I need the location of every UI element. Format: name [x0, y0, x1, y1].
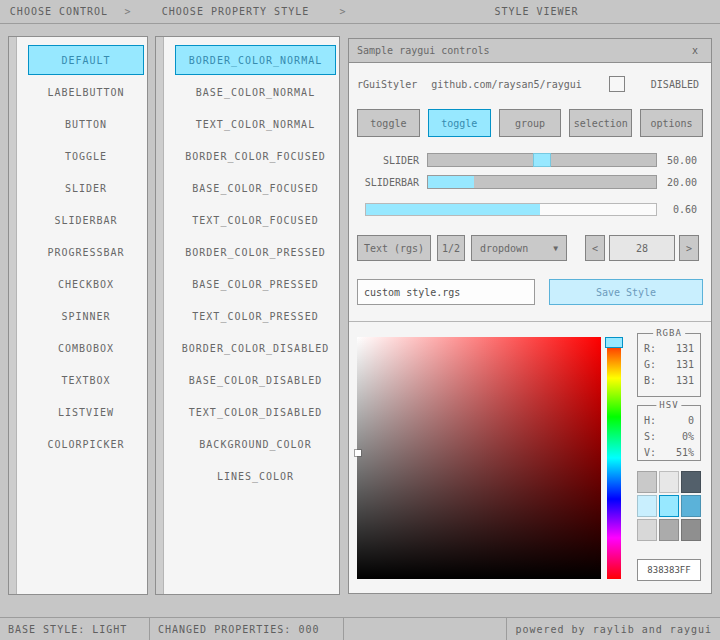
- half-button[interactable]: 1/2: [437, 235, 465, 261]
- disabled-checkbox[interactable]: [609, 76, 625, 92]
- hsv-title: HSV: [656, 400, 681, 410]
- toggle-option-options[interactable]: options: [640, 109, 703, 137]
- rgba-row-b: B: 131: [638, 373, 700, 389]
- g-value: 131: [676, 357, 694, 373]
- chevron-right-icon: >: [333, 6, 353, 17]
- breadcrumb: CHOOSE CONTROL > CHOOSE PROPERTY STYLE >…: [0, 0, 720, 24]
- slider-handle[interactable]: [533, 153, 551, 167]
- toggle-option-group[interactable]: group: [499, 109, 562, 137]
- properties-list-scrollbar[interactable]: [156, 37, 164, 594]
- hue-handle[interactable]: [605, 337, 623, 348]
- spinner-value[interactable]: 28: [609, 235, 675, 261]
- base-style-text: BASE STYLE: LIGHT: [8, 624, 127, 635]
- slider[interactable]: [427, 153, 657, 167]
- window-titlebar[interactable]: Sample raygui controls x: [349, 39, 711, 63]
- controls-list-scrollbar[interactable]: [9, 37, 17, 594]
- sliderbar-label: SLIDERBAR: [357, 177, 419, 188]
- status-changed-properties: CHANGED PROPERTIES: 000: [150, 618, 344, 640]
- list-item-base-color-pressed[interactable]: BASE_COLOR_PRESSED: [175, 269, 336, 299]
- chevron-right-icon: >: [118, 6, 138, 17]
- swatch-5[interactable]: [681, 495, 701, 517]
- hue-bar[interactable]: [607, 337, 621, 579]
- color-picker-gradient[interactable]: [357, 337, 601, 579]
- swatch-1[interactable]: [659, 471, 679, 493]
- close-icon[interactable]: x: [687, 45, 703, 56]
- list-item-labelbutton[interactable]: LABELBUTTON: [28, 77, 144, 107]
- list-item-base-color-focused[interactable]: BASE_COLOR_FOCUSED: [175, 173, 336, 203]
- text-rgs-button[interactable]: Text (rgs): [357, 235, 431, 261]
- list-item-lines-color[interactable]: LINES_COLOR: [175, 461, 336, 491]
- spinner-decrement-button[interactable]: <: [585, 235, 605, 261]
- list-item-textbox[interactable]: TEXTBOX: [28, 365, 144, 395]
- list-item-base-color-disabled[interactable]: BASE_COLOR_DISABLED: [175, 365, 336, 395]
- sliderbar-fill: [428, 176, 474, 188]
- swatch-3[interactable]: [637, 495, 657, 517]
- list-item-progressbar[interactable]: PROGRESSBAR: [28, 237, 144, 267]
- list-item-text-color-pressed[interactable]: TEXT_COLOR_PRESSED: [175, 301, 336, 331]
- list-item-toggle[interactable]: TOGGLE: [28, 141, 144, 171]
- list-item-sliderbar[interactable]: SLIDERBAR: [28, 205, 144, 235]
- swatch-4-selected[interactable]: [659, 495, 679, 517]
- s-label: S:: [644, 429, 656, 445]
- toggle-option-1-active[interactable]: toggle: [428, 109, 491, 137]
- swatch-8[interactable]: [681, 519, 701, 541]
- list-item-spinner[interactable]: SPINNER: [28, 301, 144, 331]
- list-item-border-color-pressed[interactable]: BORDER_COLOR_PRESSED: [175, 237, 336, 267]
- dropdown-arrow-icon: ▼: [553, 244, 558, 253]
- list-item-button[interactable]: BUTTON: [28, 109, 144, 139]
- slider-label: SLIDER: [357, 155, 419, 166]
- toggle-group: toggle toggle group selection options: [357, 109, 703, 137]
- changed-properties-text: CHANGED PROPERTIES: 000: [158, 624, 319, 635]
- properties-list: BORDER_COLOR_NORMAL BASE_COLOR_NORMAL TE…: [165, 37, 339, 493]
- breadcrumb-step-choose-control: CHOOSE CONTROL: [0, 6, 118, 17]
- list-item-slider[interactable]: SLIDER: [28, 173, 144, 203]
- swatch-0[interactable]: [637, 471, 657, 493]
- list-item-checkbox[interactable]: CHECKBOX: [28, 269, 144, 299]
- list-item-default[interactable]: DEFAULT: [28, 45, 144, 75]
- list-item-border-color-focused[interactable]: BORDER_COLOR_FOCUSED: [175, 141, 336, 171]
- slider-value: 50.00: [667, 155, 697, 166]
- brand-row: rGuiStyler github.com/raysan5/raygui DIS…: [357, 75, 703, 93]
- color-picker-cursor[interactable]: [355, 450, 361, 456]
- progressbar-value: 0.60: [673, 204, 697, 215]
- disabled-label: DISABLED: [651, 79, 699, 90]
- hsv-groupbox: HSV H: 0 S: 0% V: 51%: [637, 405, 701, 461]
- slider-row: SLIDER 50.00: [357, 153, 703, 167]
- list-item-text-color-normal[interactable]: TEXT_COLOR_NORMAL: [175, 109, 336, 139]
- dropdown-selected-value: dropdown: [480, 243, 528, 254]
- window-title: Sample raygui controls: [357, 45, 489, 56]
- toggle-option-selection[interactable]: selection: [569, 109, 632, 137]
- list-item-text-color-disabled[interactable]: TEXT_COLOR_DISABLED: [175, 397, 336, 427]
- list-item-border-color-normal[interactable]: BORDER_COLOR_NORMAL: [175, 45, 336, 75]
- dropdown[interactable]: dropdown ▼: [471, 235, 567, 261]
- list-item-border-color-disabled[interactable]: BORDER_COLOR_DISABLED: [175, 333, 336, 363]
- toggle-option-0[interactable]: toggle: [357, 109, 420, 137]
- divider: [349, 321, 711, 322]
- hex-color-value[interactable]: 838383FF: [637, 559, 701, 581]
- swatch-7[interactable]: [659, 519, 679, 541]
- rguistyler-app: CHOOSE CONTROL > CHOOSE PROPERTY STYLE >…: [0, 0, 720, 640]
- swatch-2[interactable]: [681, 471, 701, 493]
- rgba-row-r: R: 131: [638, 341, 700, 357]
- sliderbar[interactable]: [427, 175, 657, 189]
- controls-list: DEFAULT LABELBUTTON BUTTON TOGGLE SLIDER…: [18, 37, 147, 461]
- style-filename-input[interactable]: [357, 279, 535, 305]
- list-item-background-color[interactable]: BACKGROUND_COLOR: [175, 429, 336, 459]
- save-style-button[interactable]: Save Style: [549, 279, 703, 305]
- list-item-base-color-normal[interactable]: BASE_COLOR_NORMAL: [175, 77, 336, 107]
- controls-list-panel: DEFAULT LABELBUTTON BUTTON TOGGLE SLIDER…: [8, 36, 148, 595]
- r-value: 131: [676, 341, 694, 357]
- list-item-colorpicker[interactable]: COLORPICKER: [28, 429, 144, 459]
- v-label: V:: [644, 445, 656, 461]
- list-item-text-color-focused[interactable]: TEXT_COLOR_FOCUSED: [175, 205, 336, 235]
- hsv-row-s: S: 0%: [638, 429, 700, 445]
- spinner-increment-button[interactable]: >: [679, 235, 699, 261]
- misc-controls-row: Text (rgs) 1/2 dropdown ▼ < 28 >: [357, 235, 703, 261]
- list-item-combobox[interactable]: COMBOBOX: [28, 333, 144, 363]
- statusbar: BASE STYLE: LIGHT CHANGED PROPERTIES: 00…: [0, 617, 720, 640]
- style-color-swatches: [637, 471, 701, 541]
- progressbar: [365, 203, 657, 216]
- repo-link[interactable]: github.com/raysan5/raygui: [431, 79, 582, 90]
- swatch-6[interactable]: [637, 519, 657, 541]
- list-item-listview[interactable]: LISTVIEW: [28, 397, 144, 427]
